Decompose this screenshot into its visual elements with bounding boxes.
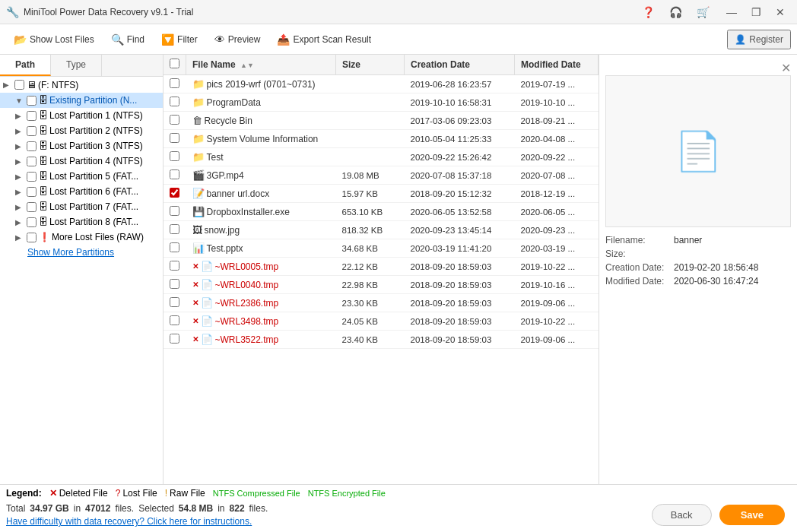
morelost-checkbox[interactable] (27, 233, 37, 242)
row-checkbox[interactable] (170, 169, 179, 179)
tree-item-label: Lost Partition 8 (FAT... (49, 217, 138, 227)
close-button[interactable]: ✕ (770, 3, 791, 21)
row-checkbox[interactable] (170, 133, 179, 143)
size-label: Size: (605, 249, 674, 259)
minimize-button[interactable]: — (721, 3, 742, 21)
show-more-link[interactable]: Show More Partitions (27, 247, 114, 258)
cart-icon-btn[interactable]: 🛒 (694, 3, 712, 21)
info-modified-row: Modified Date: 2020-06-30 16:47:24 (605, 276, 791, 287)
row-modified: 2019-07-19 ... (515, 75, 599, 93)
tree-item-show-more[interactable]: Show More Partitions (0, 245, 163, 260)
col-filename[interactable]: File Name ▲▼ (186, 55, 336, 75)
lost8-checkbox[interactable] (27, 217, 37, 227)
lost2-checkbox[interactable] (27, 126, 37, 136)
partition-checkbox[interactable] (27, 96, 37, 106)
filter-button[interactable]: 🔽 Filter (154, 30, 205, 49)
tree-item-lost3[interactable]: ▶ 🗄 Lost Partition 3 (NTFS) (0, 138, 163, 154)
tab-path[interactable]: Path (0, 55, 51, 76)
row-modified: 2020-09-22 ... (515, 148, 599, 166)
row-checkbox[interactable] (170, 224, 179, 234)
find-icon: 🔍 (111, 33, 124, 46)
row-checkbox[interactable] (170, 97, 179, 106)
row-checkbox[interactable] (170, 115, 179, 125)
legend-label: Legend: (6, 488, 42, 499)
tree-item-root[interactable]: ▶ 🖥 (F: NTFS) (0, 77, 163, 93)
tree-item-label: Lost Partition 2 (NTFS) (49, 125, 143, 136)
row-checkbox[interactable] (170, 242, 179, 252)
root-checkbox[interactable] (14, 80, 24, 90)
row-checkbox[interactable] (170, 297, 179, 307)
lost7-checkbox[interactable] (27, 202, 37, 212)
partition-icon: 🗄 (39, 95, 48, 106)
file-table: File Name ▲▼ Size Creation Date Modified… (164, 55, 599, 484)
table-row: 📁 Test 2020-09-22 15:26:422020-09-22 ... (164, 148, 599, 166)
selected-files-unit: files. (249, 503, 268, 514)
row-creation: 2020-03-19 11:41:20 (405, 239, 515, 258)
export-button[interactable]: 📤 Export Scan Result (269, 30, 379, 49)
save-button[interactable]: Save (719, 505, 785, 525)
row-creation: 2019-06-28 16:23:57 (405, 75, 515, 93)
row-modified: 2020-03-19 ... (515, 239, 599, 258)
disk-icon: 🗄 (39, 110, 48, 121)
lost6-checkbox[interactable] (27, 187, 37, 197)
row-modified: 2020-09-23 ... (515, 221, 599, 239)
lost1-checkbox[interactable] (27, 111, 37, 121)
row-size (336, 112, 405, 130)
right-panel: ✕ 📄 Filename: banner Size: Creation Date… (599, 55, 797, 484)
lost4-checkbox[interactable] (27, 157, 37, 166)
row-checkbox[interactable] (170, 151, 179, 161)
tree-item-label: Lost Partition 4 (NTFS) (49, 156, 143, 166)
tree-item-lost5[interactable]: ▶ 🗄 Lost Partition 5 (FAT... (0, 169, 163, 184)
preview-icon: 👁 (214, 33, 225, 46)
row-name: ✕ 📄 ~WRL3498.tmp (186, 312, 336, 331)
lost5-checkbox[interactable] (27, 172, 37, 182)
preview-thumbnail: 📄 (675, 129, 722, 173)
back-button[interactable]: Back (652, 504, 712, 526)
tree-item-lost2[interactable]: ▶ 🗄 Lost Partition 2 (NTFS) (0, 123, 163, 138)
preview-button[interactable]: 👁 Preview (207, 30, 268, 49)
tree-item-lost1[interactable]: ▶ 🗄 Lost Partition 1 (NTFS) (0, 108, 163, 123)
tree-item-lost6[interactable]: ▶ 🗄 Lost Partition 6 (FAT... (0, 184, 163, 199)
row-size: 23.40 KB (336, 331, 405, 349)
find-button[interactable]: 🔍 Find (103, 30, 152, 49)
row-size: 818.32 KB (336, 221, 405, 239)
bottom-bar: Legend: ✕ Deleted File ? Lost File ! Raw… (0, 484, 797, 532)
select-all-checkbox[interactable] (170, 59, 179, 68)
tree-item-lost7[interactable]: ▶ 🗄 Lost Partition 7 (FAT... (0, 199, 163, 214)
toolbar-right: 👤 Register (727, 30, 791, 49)
table-row: ✕ 📄 ~WRL3522.tmp 23.40 KB2018-09-20 18:5… (164, 331, 599, 349)
tab-type[interactable]: Type (51, 55, 102, 76)
row-size: 19.08 MB (336, 166, 405, 185)
maximize-button[interactable]: ❐ (745, 3, 767, 21)
row-checkbox[interactable] (170, 188, 179, 198)
show-lost-files-button[interactable]: 📂 Show Lost Files (6, 30, 102, 49)
help-link[interactable]: Have difficulty with data recovery? Clic… (6, 516, 252, 527)
row-size: 22.12 KB (336, 258, 405, 276)
disk-icon: 🗄 (39, 171, 48, 182)
row-checkbox[interactable] (170, 261, 179, 271)
table-row: ✕ 📄 ~WRL0040.tmp 22.98 KB2018-09-20 18:5… (164, 276, 599, 294)
tree-item-lost4[interactable]: ▶ 🗄 Lost Partition 4 (NTFS) (0, 154, 163, 169)
row-checkbox[interactable] (170, 315, 179, 325)
legend-raw: ! Raw File (165, 488, 205, 499)
expand-icon: ▶ (15, 127, 24, 135)
creation-date-label: Creation Date: (605, 262, 674, 273)
row-modified: 2019-09-06 ... (515, 294, 599, 312)
preview-close-button[interactable]: ✕ (781, 61, 791, 75)
row-checkbox[interactable] (170, 78, 179, 88)
table-row: 📊 Test.pptx 34.68 KB2020-03-19 11:41:202… (164, 239, 599, 258)
register-button[interactable]: 👤 Register (727, 30, 791, 49)
tree-item-lost8[interactable]: ▶ 🗄 Lost Partition 8 (FAT... (0, 214, 163, 230)
headset-icon-btn[interactable]: 🎧 (666, 3, 684, 21)
tree-item-more-lost[interactable]: ▶ ❗ More Lost Files (RAW) (0, 230, 163, 245)
row-checkbox[interactable] (170, 206, 179, 216)
row-name: ✕ 📄 ~WRL3522.tmp (186, 331, 336, 349)
help-icon-btn[interactable]: ❓ (639, 3, 657, 21)
row-modified: 2019-09-06 ... (515, 331, 599, 349)
row-checkbox[interactable] (170, 334, 179, 344)
row-size: 15.97 KB (336, 185, 405, 203)
selected-files-value: 822 (230, 503, 245, 514)
row-checkbox[interactable] (170, 279, 179, 289)
tree-item-existing-partition[interactable]: ▼ 🗄 Existing Partition (N... (0, 93, 163, 108)
lost3-checkbox[interactable] (27, 141, 37, 151)
